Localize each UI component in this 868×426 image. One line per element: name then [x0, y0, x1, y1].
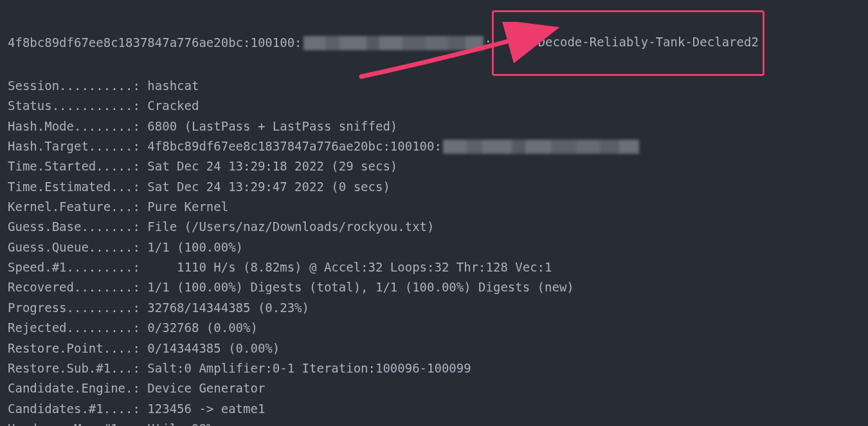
speed-line: Speed.#1.........: 1110 H/s (8.82ms) @ A…: [8, 257, 860, 277]
restore-sub-line: Restore.Sub.#1...: Salt:0 Amplifier:0-1 …: [8, 358, 860, 378]
kernel-feature-line: Kernel.Feature...: Pure Kernel: [8, 197, 860, 217]
session-line: Session..........: hashcat: [8, 76, 860, 96]
status-line: Status...........: Cracked: [8, 96, 860, 116]
hash-mode-line: Hash.Mode........: 6800 (LastPass + Last…: [8, 116, 860, 136]
hash-prefix: 4f8bc89df67ee8c1837847a776ae20bc:100100:: [8, 33, 302, 53]
time-started-line: Time.Started.....: Sat Dec 24 13:29:18 2…: [8, 156, 860, 176]
rejected-line: Rejected.........: 0/32768 (0.00%): [8, 318, 860, 338]
colon-sep: :: [485, 33, 492, 53]
redacted-email: [303, 36, 484, 50]
hash-target-line: Hash.Target......: 4f8bc89df67ee8c183784…: [8, 136, 860, 156]
cracked-password: Decode-Reliably-Tank-Declared2: [538, 35, 759, 49]
candidate-engine-line: Candidate.Engine.: Device Generator: [8, 378, 860, 398]
cracked-password-highlight: Decode-Reliably-Tank-Declared2: [492, 10, 764, 76]
redacted-target: [443, 140, 639, 154]
guess-queue-line: Guess.Queue......: 1/1 (100.00%): [8, 237, 860, 257]
recovered-line: Recovered........: 1/1 (100.00%) Digests…: [8, 277, 860, 297]
terminal-output: 4f8bc89df67ee8c1837847a776ae20bc:100100:…: [8, 10, 860, 426]
cracked-hash-line: 4f8bc89df67ee8c1837847a776ae20bc:100100:…: [8, 10, 860, 76]
time-estimated-line: Time.Estimated...: Sat Dec 24 13:29:47 2…: [8, 177, 860, 197]
hardware-mon-line: Hardware.Mon.#1..: Util: 98%: [8, 419, 860, 426]
candidates-line: Candidates.#1....: 123456 -> eatme1: [8, 399, 860, 419]
guess-base-line: Guess.Base.......: File (/Users/naz/Down…: [8, 217, 860, 237]
restore-point-line: Restore.Point....: 0/14344385 (0.00%): [8, 338, 860, 358]
progress-line: Progress.........: 32768/14344385 (0.23%…: [8, 298, 860, 318]
